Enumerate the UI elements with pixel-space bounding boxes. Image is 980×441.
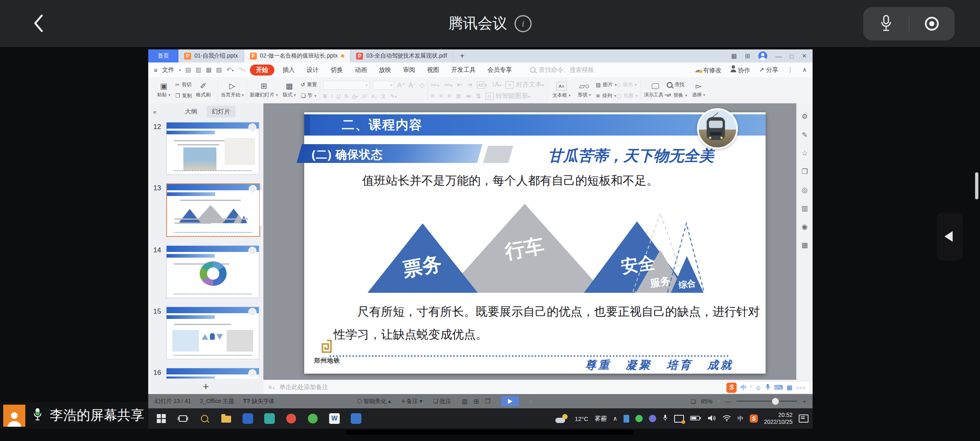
- collapse-ribbon-icon[interactable]: ∧: [802, 66, 807, 74]
- search-app-button[interactable]: [196, 408, 214, 429]
- screen-cast-icon[interactable]: [674, 415, 684, 423]
- menu-item-insert[interactable]: 插入: [279, 65, 298, 76]
- underline-button[interactable]: U: [336, 93, 340, 99]
- record-button[interactable]: [909, 15, 955, 32]
- zoom-slider-knob[interactable]: [772, 398, 779, 405]
- clear-format-icon[interactable]: ◇: [420, 81, 425, 89]
- add-slide-button[interactable]: +: [148, 379, 263, 394]
- bullet-list-icon[interactable]: ≔▾: [431, 81, 439, 89]
- ime-mic-icon[interactable]: [765, 383, 771, 392]
- taskbar-clock[interactable]: 20:52 2022/10/25: [764, 412, 793, 425]
- thumbnail-15[interactable]: 15: [148, 307, 263, 359]
- share-mic-icon[interactable]: [32, 407, 43, 425]
- menu-item-design[interactable]: 设计: [303, 65, 323, 76]
- outline-button-disabled[interactable]: ▢轮廓 ▾: [617, 92, 637, 100]
- tab-outline[interactable]: 大纲: [180, 106, 203, 118]
- picture-button[interactable]: ▨图片 ▾: [596, 81, 617, 89]
- wifi-icon[interactable]: [722, 414, 731, 423]
- start-button[interactable]: [152, 408, 170, 429]
- comments-button[interactable]: ❏ 批注: [433, 398, 451, 405]
- notes-placeholder[interactable]: 单击此处添加备注: [279, 383, 328, 391]
- line-spacing-icon[interactable]: ↕A▾: [492, 81, 501, 88]
- microphone-button[interactable]: [863, 14, 909, 33]
- outdent-icon[interactable]: ⇤: [457, 81, 462, 89]
- sorter-view-icon[interactable]: ⊞: [474, 398, 479, 405]
- ime-mode[interactable]: 中: [740, 384, 746, 392]
- highlight-button[interactable]: ✎▾: [390, 93, 397, 99]
- align-right-icon[interactable]: ≡: [448, 92, 451, 100]
- notes-toggle-button[interactable]: ≡ 备注 ▾: [402, 398, 423, 405]
- italic-button[interactable]: I: [331, 93, 333, 99]
- replace-button[interactable]: ⇄替换 ▾: [667, 91, 687, 99]
- sidebar-scrollbar[interactable]: [260, 189, 263, 227]
- font-size-select[interactable]: ▾: [373, 81, 394, 90]
- sogou-logo[interactable]: S: [726, 383, 737, 393]
- settings-icon[interactable]: ⚙: [802, 112, 808, 121]
- menu-item-home[interactable]: 开始: [250, 65, 274, 76]
- menu-item-review[interactable]: 审阅: [399, 65, 419, 76]
- weather-temp[interactable]: 12°C: [575, 415, 588, 422]
- layout-button[interactable]: ▦ 版式 ▾: [278, 78, 301, 102]
- emoji-icon[interactable]: ☺: [755, 384, 761, 391]
- zoom-in-button[interactable]: +: [803, 398, 806, 405]
- tab-home[interactable]: 首页: [148, 49, 178, 62]
- present-tools-button[interactable]: 🖵 演示工具 ▾: [644, 78, 667, 102]
- thumbnail-12[interactable]: 12: [148, 122, 263, 175]
- cut-button[interactable]: ✂剪切: [175, 81, 192, 89]
- font-color-button[interactable]: A▾: [352, 93, 358, 99]
- redo-icon[interactable]: ↷▾: [238, 66, 245, 74]
- more-icon[interactable]: ⋮: [787, 66, 793, 74]
- format-painter-button[interactable]: ✐ 格式刷: [192, 78, 215, 102]
- task-view-button[interactable]: [174, 408, 192, 429]
- share-button[interactable]: ↗ 分享: [759, 66, 778, 74]
- tray-icon-green[interactable]: [635, 415, 643, 422]
- pinyin-button[interactable]: 文: [381, 93, 386, 100]
- taskbar-app-wechat[interactable]: [304, 408, 322, 429]
- slide-13[interactable]: 二、课程内容 (二) 确保状态 甘瓜苦蒂，天下物无全美: [304, 112, 766, 374]
- ime-skin-icon[interactable]: ▦: [786, 384, 792, 391]
- tab-doc-1[interactable]: P 01-自我介绍.pptx: [178, 49, 244, 62]
- subscript-button[interactable]: X₂: [371, 93, 377, 99]
- distribute-icon[interactable]: ⇹: [466, 92, 471, 100]
- section-button[interactable]: ❏节 ▾: [301, 92, 317, 100]
- battery-icon[interactable]: [690, 415, 701, 423]
- new-tab-button[interactable]: +: [453, 49, 471, 62]
- keyboard-icon[interactable]: ⌨: [774, 384, 783, 391]
- sync-status[interactable]: ☁ 有修改: [694, 65, 722, 74]
- file-menu[interactable]: 文件: [162, 66, 174, 74]
- info-icon[interactable]: i: [514, 15, 532, 32]
- tray-icon-purple[interactable]: [649, 415, 656, 422]
- indent-icon[interactable]: ⇥: [467, 81, 472, 89]
- edit-icon[interactable]: ✎: [802, 131, 807, 139]
- paste-button[interactable]: ▣ 粘贴 ▾: [152, 78, 175, 102]
- play-from-page-button[interactable]: ▷ 当页开始 ▾: [221, 78, 244, 102]
- minimize-button[interactable]: —: [775, 53, 782, 60]
- save-icon[interactable]: ▤: [185, 66, 191, 74]
- smart-beautify-button[interactable]: ⬡ 智能美化 ▴: [357, 398, 391, 405]
- export-icon[interactable]: ▥: [196, 66, 201, 74]
- align-left-icon[interactable]: ≡: [431, 92, 434, 100]
- reading-view-icon[interactable]: ❐: [485, 398, 490, 405]
- missing-font-warning[interactable]: T? 缺失字体: [243, 398, 274, 405]
- tab-slides[interactable]: 幻灯片: [207, 106, 236, 118]
- menu-item-transition[interactable]: 切换: [327, 65, 347, 76]
- play-options-icon[interactable]: ▾: [530, 399, 532, 403]
- tab-doc-2-active[interactable]: P 02-做一名合格的值班站长.pptx: [244, 49, 351, 62]
- close-button[interactable]: ✕: [802, 52, 807, 60]
- zoom-level[interactable]: 85%: [701, 398, 713, 405]
- zoom-out-button[interactable]: —: [725, 398, 731, 405]
- command-search[interactable]: 查找命令、搜索模板: [530, 66, 594, 74]
- star-icon[interactable]: ☆: [802, 149, 808, 158]
- ime-punct-icon[interactable]: ’: [750, 384, 751, 391]
- thumbnail-13-current[interactable]: 13: [148, 183, 263, 237]
- back-button[interactable]: [29, 13, 49, 33]
- ime-more-icon[interactable]: ooo: [796, 385, 806, 390]
- weather-icon[interactable]: [555, 414, 568, 423]
- image-panel-icon[interactable]: ▥: [801, 204, 808, 213]
- preview-icon[interactable]: ▧: [216, 66, 222, 74]
- new-slide-button[interactable]: ⊞ 新建幻灯片 ▾: [250, 78, 278, 102]
- file-explorer-button[interactable]: [217, 408, 235, 429]
- taskbar-app-word[interactable]: W: [325, 408, 343, 429]
- slideshow-play-button[interactable]: [501, 396, 519, 406]
- zoom-slider[interactable]: [736, 401, 797, 402]
